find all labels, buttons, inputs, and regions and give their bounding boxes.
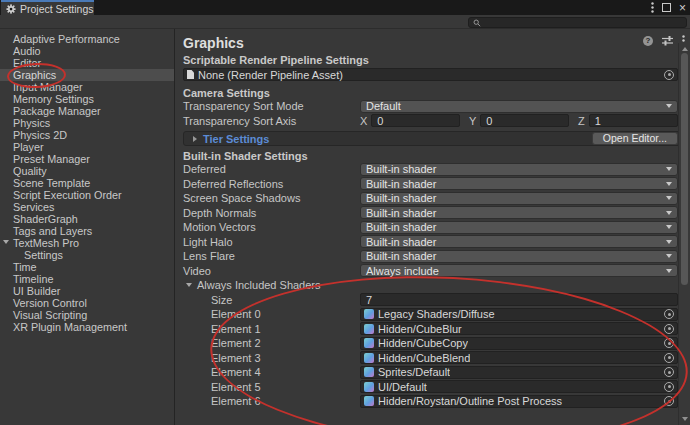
axis-y-label: Y — [469, 115, 476, 127]
element-label: Element 1 — [176, 323, 360, 335]
dropdown-value: Built-in shader — [366, 163, 436, 175]
depth-normals-dropdown[interactable]: Built-in shader — [360, 206, 678, 219]
sidebar-item-time[interactable]: Time — [0, 261, 174, 273]
sidebar-item-visual-scripting[interactable]: Visual Scripting — [0, 309, 174, 321]
camera-section-header: Camera Settings — [176, 87, 690, 99]
maximize-icon[interactable] — [662, 3, 671, 12]
sidebar-item-package-manager[interactable]: Package Manager — [0, 105, 174, 117]
dropdown-arrow-icon — [666, 225, 672, 229]
element-value: Legacy Shaders/Diffuse — [378, 308, 495, 320]
motion-vectors-dropdown[interactable]: Built-in shader — [360, 221, 678, 234]
tier-settings-foldout[interactable]: Tier Settings — [203, 133, 269, 145]
sidebar-item-player[interactable]: Player — [0, 141, 174, 153]
shader-icon — [364, 382, 374, 392]
shader-row-deferred-reflections: Deferred Reflections Built-in shader — [176, 177, 690, 192]
dropdown-value: Always include — [366, 265, 439, 277]
element-3-object-field[interactable]: Hidden/CubeBlend — [360, 351, 678, 364]
lens-flare-dropdown[interactable]: Built-in shader — [360, 250, 678, 263]
sidebar-item-preset-manager[interactable]: Preset Manager — [0, 153, 174, 165]
dropdown-value: Built-in shader — [366, 221, 436, 233]
axis-x-field[interactable]: 0 — [371, 114, 460, 127]
sidebar-item-shadergraph[interactable]: ShaderGraph — [0, 213, 174, 225]
size-field[interactable]: 7 — [360, 293, 678, 306]
dropdown-arrow-icon — [666, 240, 672, 244]
foldout-open-icon[interactable] — [186, 283, 192, 287]
light-halo-dropdown[interactable]: Built-in shader — [360, 235, 678, 248]
open-editor-button[interactable]: Open Editor... — [592, 132, 678, 145]
sidebar-item-scene-template[interactable]: Scene Template — [0, 177, 174, 189]
search-input[interactable] — [484, 18, 682, 27]
scroll-up-icon[interactable] — [682, 47, 688, 51]
sidebar-item-adaptive-performance[interactable]: Adaptive Performance — [0, 33, 174, 45]
element-1-object-field[interactable]: Hidden/CubeBlur — [360, 322, 678, 335]
object-picker-icon[interactable] — [664, 70, 674, 80]
video-dropdown[interactable]: Always include — [360, 264, 678, 277]
dropdown-value: Built-in shader — [366, 192, 436, 204]
settings-sidebar: Adaptive Performance Audio Editor Graphi… — [0, 29, 175, 425]
sidebar-item-physics-2d[interactable]: Physics 2D — [0, 129, 174, 141]
element-0-object-field[interactable]: Legacy Shaders/Diffuse — [360, 308, 678, 321]
close-icon[interactable]: × — [679, 2, 686, 14]
element-2-object-field[interactable]: Hidden/CubeCopy — [360, 337, 678, 350]
help-icon[interactable]: ? — [643, 36, 653, 46]
foldout-closed-icon[interactable] — [193, 136, 197, 142]
sidebar-item-physics[interactable]: Physics — [0, 117, 174, 129]
object-picker-icon[interactable] — [664, 353, 674, 363]
sidebar-item-timeline[interactable]: Timeline — [0, 273, 174, 285]
sidebar-item-graphics[interactable]: Graphics — [0, 69, 174, 81]
object-picker-icon[interactable] — [664, 309, 674, 319]
element-4-object-field[interactable]: Sprites/Default — [360, 366, 678, 379]
object-picker-icon[interactable] — [664, 396, 674, 406]
shader-row-lens-flare: Lens Flare Built-in shader — [176, 249, 690, 264]
object-picker-icon[interactable] — [664, 367, 674, 377]
deferred-reflections-dropdown[interactable]: Built-in shader — [360, 177, 678, 190]
shader-icon — [364, 324, 374, 334]
sidebar-item-quality[interactable]: Quality — [0, 165, 174, 177]
axis-y-field[interactable]: 0 — [480, 114, 569, 127]
transparency-sort-mode-dropdown[interactable]: Default — [360, 100, 678, 113]
sidebar-item-memory-settings[interactable]: Memory Settings — [0, 93, 174, 105]
sidebar-item-audio[interactable]: Audio — [0, 45, 174, 57]
page-title: Graphics — [183, 35, 690, 51]
sidebar-item-services[interactable]: Services — [0, 201, 174, 213]
dropdown-value: Built-in shader — [366, 207, 436, 219]
sidebar-item-editor[interactable]: Editor — [0, 57, 174, 69]
sidebar-item-tags-and-layers[interactable]: Tags and Layers — [0, 225, 174, 237]
render-pipeline-object-field[interactable]: None (Render Pipeline Asset) — [183, 68, 678, 81]
tab-project-settings[interactable]: Project Settings — [1, 0, 94, 15]
element-label: Element 2 — [176, 337, 360, 349]
sidebar-item-textmesh-settings[interactable]: Settings — [0, 249, 174, 261]
always-included-shaders-foldout[interactable]: Always Included Shaders — [176, 278, 690, 293]
element-6-object-field[interactable]: Hidden/Roystan/Outline Post Process — [360, 395, 678, 408]
object-picker-icon[interactable] — [664, 338, 674, 348]
row-label: Light Halo — [176, 236, 360, 248]
graphics-panel: ? Graphics Scriptable Render Pipeline Se… — [176, 29, 690, 425]
axis-z-field[interactable]: 1 — [589, 114, 678, 127]
sidebar-item-xr-plugin-management[interactable]: XR Plugin Management — [0, 321, 174, 333]
foldout-open-icon[interactable] — [3, 240, 9, 244]
sidebar-item-input-manager[interactable]: Input Manager — [0, 81, 174, 93]
object-picker-icon[interactable] — [664, 382, 674, 392]
object-picker-icon[interactable] — [664, 324, 674, 334]
dropdown-arrow-icon — [666, 167, 672, 171]
element-value: Hidden/Roystan/Outline Post Process — [378, 395, 562, 407]
scrollbar-thumb[interactable] — [681, 53, 688, 285]
element-row-0: Element 0 Legacy Shaders/Diffuse — [176, 307, 690, 322]
row-label: Motion Vectors — [176, 221, 360, 233]
sidebar-item-textmesh-pro[interactable]: TextMesh Pro — [0, 237, 174, 249]
scroll-down-icon[interactable] — [682, 417, 688, 421]
sidebar-item-script-execution-order[interactable]: Script Execution Order — [0, 189, 174, 201]
scrollbar[interactable] — [678, 43, 690, 425]
element-label: Element 6 — [176, 395, 360, 407]
toolbar — [0, 15, 690, 29]
preset-icon[interactable] — [661, 35, 674, 46]
shader-icon — [364, 396, 374, 406]
sidebar-item-version-control[interactable]: Version Control — [0, 297, 174, 309]
row-label: Deferred Reflections — [176, 178, 360, 190]
screen-space-shadows-dropdown[interactable]: Built-in shader — [360, 192, 678, 205]
deferred-dropdown[interactable]: Built-in shader — [360, 163, 678, 176]
element-5-object-field[interactable]: UI/Default — [360, 380, 678, 393]
search-box[interactable] — [468, 17, 687, 28]
window-menu-icon[interactable] — [651, 2, 654, 13]
sidebar-item-ui-builder[interactable]: UI Builder — [0, 285, 174, 297]
